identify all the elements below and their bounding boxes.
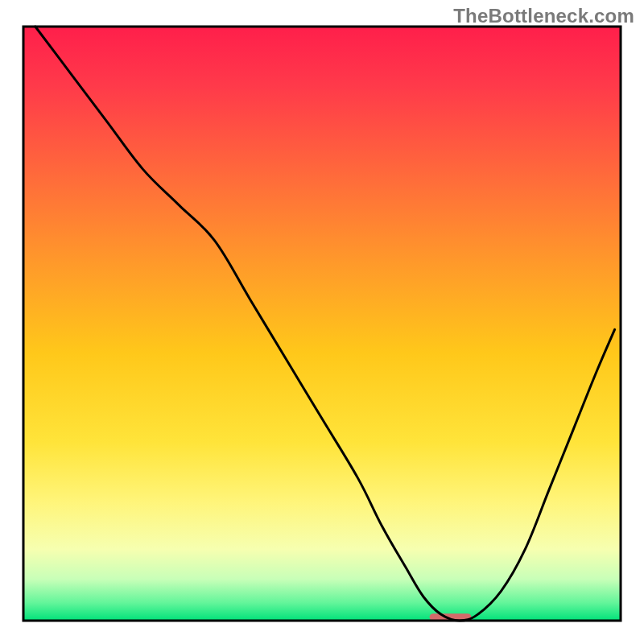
chart-container: TheBottleneck.com (0, 0, 644, 644)
gradient-background (23, 27, 621, 621)
watermark-text: TheBottleneck.com (453, 5, 634, 27)
chart-svg (0, 0, 644, 644)
